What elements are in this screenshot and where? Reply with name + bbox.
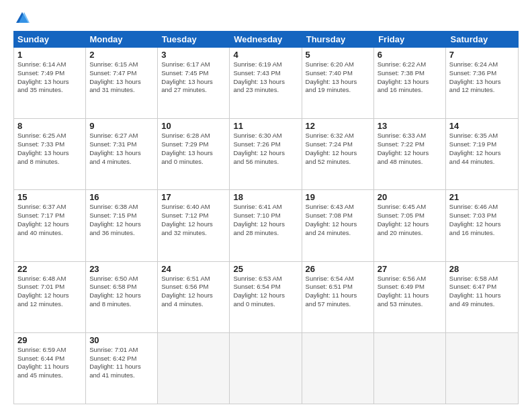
day-info: Sunrise: 6:28 AM Sunset: 7:29 PM Dayligh… [161,132,226,166]
calendar-cell: 20Sunrise: 6:45 AM Sunset: 7:05 PM Dayli… [374,190,446,261]
day-info: Sunrise: 6:40 AM Sunset: 7:12 PM Dayligh… [161,203,226,237]
calendar-cell [374,333,446,404]
header [13,11,519,26]
calendar-row: 15Sunrise: 6:37 AM Sunset: 7:17 PM Dayli… [14,190,518,261]
day-number: 3 [161,50,226,60]
day-info: Sunrise: 6:51 AM Sunset: 6:56 PM Dayligh… [161,275,226,309]
day-info: Sunrise: 6:38 AM Sunset: 7:15 PM Dayligh… [89,203,154,237]
day-number: 23 [89,264,154,274]
day-info: Sunrise: 6:27 AM Sunset: 7:31 PM Dayligh… [89,132,154,166]
calendar-row: 8Sunrise: 6:25 AM Sunset: 7:33 PM Daylig… [14,119,518,190]
day-number: 12 [306,121,370,131]
day-info: Sunrise: 6:43 AM Sunset: 7:08 PM Dayligh… [306,203,370,237]
day-number: 16 [89,192,154,202]
day-number: 6 [378,50,442,60]
day-info: Sunrise: 6:24 AM Sunset: 7:36 PM Dayligh… [449,60,515,95]
day-number: 20 [378,192,442,202]
day-number: 15 [17,192,82,202]
header-day-monday: Monday [85,31,157,48]
calendar-cell: 26Sunrise: 6:54 AM Sunset: 6:51 PM Dayli… [302,262,374,332]
day-info: Sunrise: 6:58 AM Sunset: 6:47 PM Dayligh… [449,275,515,309]
calendar-cell: 5Sunrise: 6:20 AM Sunset: 7:40 PM Daylig… [302,48,374,118]
calendar-cell: 6Sunrise: 6:22 AM Sunset: 7:38 PM Daylig… [374,48,446,118]
calendar-cell: 30Sunrise: 7:01 AM Sunset: 6:42 PM Dayli… [86,333,158,404]
day-number: 24 [161,264,226,274]
day-number: 30 [89,335,154,345]
day-number: 25 [233,264,298,274]
day-number: 19 [306,192,370,202]
calendar-cell: 13Sunrise: 6:33 AM Sunset: 7:22 PM Dayli… [374,119,446,189]
header-day-saturday: Saturday [447,31,519,48]
calendar-cell: 4Sunrise: 6:19 AM Sunset: 7:43 PM Daylig… [230,48,302,118]
day-number: 21 [449,192,515,202]
calendar-cell: 28Sunrise: 6:58 AM Sunset: 6:47 PM Dayli… [446,262,518,332]
calendar-cell: 25Sunrise: 6:53 AM Sunset: 6:54 PM Dayli… [230,262,302,332]
calendar-cell: 16Sunrise: 6:38 AM Sunset: 7:15 PM Dayli… [86,190,158,261]
header-day-tuesday: Tuesday [158,31,230,48]
day-number: 9 [89,121,154,131]
day-info: Sunrise: 6:25 AM Sunset: 7:33 PM Dayligh… [17,132,82,166]
day-number: 17 [161,192,226,202]
calendar-cell: 21Sunrise: 6:46 AM Sunset: 7:03 PM Dayli… [446,190,518,261]
calendar-row: 22Sunrise: 6:48 AM Sunset: 7:01 PM Dayli… [14,262,518,333]
calendar-cell: 7Sunrise: 6:24 AM Sunset: 7:36 PM Daylig… [446,48,518,118]
day-info: Sunrise: 6:56 AM Sunset: 6:49 PM Dayligh… [378,275,442,309]
day-number: 13 [378,121,442,131]
calendar-cell: 12Sunrise: 6:32 AM Sunset: 7:24 PM Dayli… [302,119,374,189]
calendar-cell: 10Sunrise: 6:28 AM Sunset: 7:29 PM Dayli… [158,119,230,189]
day-info: Sunrise: 6:20 AM Sunset: 7:40 PM Dayligh… [306,60,370,95]
day-info: Sunrise: 6:32 AM Sunset: 7:24 PM Dayligh… [306,132,370,166]
calendar-cell: 11Sunrise: 6:30 AM Sunset: 7:26 PM Dayli… [230,119,302,189]
day-number: 27 [378,264,442,274]
calendar-cell: 24Sunrise: 6:51 AM Sunset: 6:56 PM Dayli… [158,262,230,332]
day-number: 11 [233,121,298,131]
calendar-cell: 23Sunrise: 6:50 AM Sunset: 6:58 PM Dayli… [86,262,158,332]
day-number: 28 [449,264,515,274]
calendar-header: SundayMondayTuesdayWednesdayThursdayFrid… [13,31,519,48]
calendar-cell: 8Sunrise: 6:25 AM Sunset: 7:33 PM Daylig… [14,119,86,189]
calendar-row: 29Sunrise: 6:59 AM Sunset: 6:44 PM Dayli… [14,333,518,404]
calendar-cell: 14Sunrise: 6:35 AM Sunset: 7:19 PM Dayli… [446,119,518,189]
day-info: Sunrise: 7:01 AM Sunset: 6:42 PM Dayligh… [89,346,154,380]
calendar-cell: 15Sunrise: 6:37 AM Sunset: 7:17 PM Dayli… [14,190,86,261]
calendar-cell [230,333,302,404]
day-number: 5 [306,50,370,60]
calendar-body: 1Sunrise: 6:14 AM Sunset: 7:49 PM Daylig… [13,48,519,404]
header-day-wednesday: Wednesday [230,31,302,48]
day-info: Sunrise: 6:41 AM Sunset: 7:10 PM Dayligh… [233,203,298,237]
day-info: Sunrise: 6:46 AM Sunset: 7:03 PM Dayligh… [449,203,515,237]
calendar-cell: 27Sunrise: 6:56 AM Sunset: 6:49 PM Dayli… [374,262,446,332]
calendar-cell: 2Sunrise: 6:15 AM Sunset: 7:47 PM Daylig… [86,48,158,118]
day-number: 7 [449,50,515,60]
day-info: Sunrise: 6:15 AM Sunset: 7:47 PM Dayligh… [89,60,154,95]
day-number: 26 [306,264,370,274]
day-info: Sunrise: 6:59 AM Sunset: 6:44 PM Dayligh… [17,346,82,380]
day-number: 1 [17,50,82,60]
day-info: Sunrise: 6:37 AM Sunset: 7:17 PM Dayligh… [17,203,82,237]
day-info: Sunrise: 6:33 AM Sunset: 7:22 PM Dayligh… [378,132,442,166]
day-info: Sunrise: 6:50 AM Sunset: 6:58 PM Dayligh… [89,275,154,309]
calendar-cell [302,333,374,404]
logo [13,11,30,26]
day-number: 29 [17,335,82,345]
header-day-thursday: Thursday [302,31,374,48]
day-info: Sunrise: 6:35 AM Sunset: 7:19 PM Dayligh… [449,132,515,166]
calendar-cell: 3Sunrise: 6:17 AM Sunset: 7:45 PM Daylig… [158,48,230,118]
day-number: 4 [233,50,298,60]
calendar-cell [446,333,518,404]
header-day-friday: Friday [374,31,446,48]
day-number: 10 [161,121,226,131]
day-info: Sunrise: 6:30 AM Sunset: 7:26 PM Dayligh… [233,132,298,166]
calendar-cell: 9Sunrise: 6:27 AM Sunset: 7:31 PM Daylig… [86,119,158,189]
day-number: 14 [449,121,515,131]
calendar-cell [158,333,230,404]
calendar: SundayMondayTuesdayWednesdayThursdayFrid… [13,31,519,404]
calendar-cell: 29Sunrise: 6:59 AM Sunset: 6:44 PM Dayli… [14,333,86,404]
day-info: Sunrise: 6:48 AM Sunset: 7:01 PM Dayligh… [17,275,82,309]
logo-icon [15,11,30,26]
calendar-cell: 19Sunrise: 6:43 AM Sunset: 7:08 PM Dayli… [302,190,374,261]
page: SundayMondayTuesdayWednesdayThursdayFrid… [0,0,532,411]
day-number: 8 [17,121,82,131]
day-info: Sunrise: 6:17 AM Sunset: 7:45 PM Dayligh… [161,60,226,95]
header-day-sunday: Sunday [13,31,85,48]
